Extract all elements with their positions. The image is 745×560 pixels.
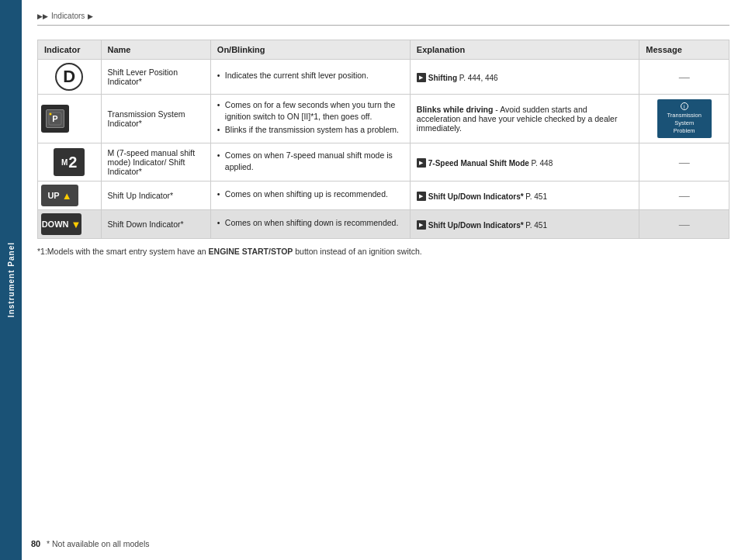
- explanation-bold-1: Blinks while driving: [417, 105, 494, 114]
- explanation-cell-0: ▶ Shifting P. 444, 446: [410, 60, 639, 95]
- sidebar-label: Instrument Panel: [7, 242, 16, 317]
- ref-icon: ▶: [417, 158, 426, 168]
- m2-icon: M2: [54, 148, 85, 176]
- trans-msg-line3: Problem: [661, 127, 708, 135]
- table-row: DOWN ▼ Shift Down Indicator* Comes on wh…: [38, 210, 729, 239]
- bullet-item: Comes on when shifting down is recommend…: [217, 217, 404, 229]
- trans-inner: P: [46, 109, 64, 128]
- indicator-cell-up: UP ▲: [38, 181, 102, 210]
- on-blinking-cell-3: Comes on when shifting up is recommended…: [210, 181, 410, 210]
- bullet-item: Comes on when 7-speed manual shift mode …: [217, 150, 404, 172]
- bullet-item: Blinks if the transmission system has a …: [217, 124, 404, 136]
- trans-svg: P: [47, 111, 63, 126]
- indicator-cell-down: DOWN ▼: [38, 210, 102, 239]
- table-row: M2 M (7-speed manual shift mode) Indicat…: [38, 143, 729, 181]
- trans-msg-line2: System: [661, 119, 708, 127]
- breadcrumb-arrow-1: ▶▶: [37, 12, 48, 20]
- ref-text-up: Shift Up/Down Indicators* P. 451: [428, 192, 547, 201]
- message-cell-0: —: [639, 60, 729, 95]
- table-row: P Transmission System Indicator* Comes o…: [38, 95, 729, 143]
- name-cell-down: Shift Down Indicator*: [101, 210, 210, 239]
- on-blinking-cell-4: Comes on when shifting down is recommend…: [210, 210, 410, 239]
- indicators-table: Indicator Name On/Blinking Explanation M…: [37, 40, 729, 239]
- ref-text-shifting: Shifting P. 444, 446: [428, 74, 498, 82]
- col-header-message: Message: [639, 40, 729, 60]
- sidebar-bar: Instrument Panel: [0, 0, 22, 560]
- breadcrumb-arrow-2: ▶: [88, 12, 93, 20]
- col-header-name: Name: [101, 40, 210, 60]
- ref-icon: ▶: [417, 220, 426, 230]
- ref-link-down: ▶ Shift Up/Down Indicators* P. 451: [417, 220, 547, 230]
- breadcrumb: ▶▶ Indicators ▶: [37, 12, 729, 26]
- arrow-up-icon: ▲: [62, 190, 72, 202]
- ref-icon: ▶: [417, 192, 426, 201]
- breadcrumb-text: Indicators: [51, 12, 85, 20]
- table-row: UP ▲ Shift Up Indicator* Comes on when s…: [38, 181, 729, 210]
- on-blinking-cell-1: Comes on for a few seconds when you turn…: [210, 95, 410, 143]
- indicator-cell-trans: P: [38, 95, 102, 143]
- page-note: * Not available on all models: [47, 539, 150, 548]
- name-cell-up: Shift Up Indicator*: [101, 181, 210, 210]
- ref-link-m2: ▶ 7-Speed Manual Shift Mode P. 448: [417, 158, 553, 168]
- message-cell-1: i Transmission System Problem: [639, 95, 729, 143]
- arrow-down-icon: ▼: [71, 219, 81, 230]
- explanation-cell-1: Blinks while driving - Avoid sudden star…: [410, 95, 639, 143]
- explanation-cell-2: ▶ 7-Speed Manual Shift Mode P. 448: [410, 143, 639, 181]
- up-text: UP: [47, 191, 59, 200]
- bullet-item: Indicates the current shift lever positi…: [217, 70, 404, 81]
- page-number: 80: [31, 539, 40, 548]
- indicator-cell-m2: M2: [38, 143, 102, 181]
- shift-lever-icon: D: [55, 63, 83, 91]
- on-blinking-cell-0: Indicates the current shift lever positi…: [210, 60, 410, 95]
- trans-msg-line1: Transmission: [661, 112, 708, 119]
- ref-link-shifting: ▶ Shifting P. 444, 446: [417, 73, 498, 82]
- message-cell-2: —: [639, 143, 729, 181]
- shift-down-icon: DOWN ▼: [41, 213, 81, 235]
- dash-2: —: [679, 156, 690, 168]
- svg-point-2: [50, 113, 52, 116]
- dash-3: —: [679, 189, 690, 202]
- svg-text:P: P: [52, 114, 57, 123]
- indicator-cell-d: D: [38, 60, 102, 95]
- message-cell-4: —: [639, 210, 729, 239]
- name-cell-shift-lever: Shift Lever Position Indicator*: [101, 60, 210, 95]
- dash-0: —: [679, 71, 690, 83]
- name-cell-m2: M (7-speed manual shift mode) Indicator/…: [101, 143, 210, 181]
- bullet-item: Comes on when shifting up is recommended…: [217, 188, 404, 200]
- col-header-indicator: Indicator: [38, 40, 102, 60]
- shift-up-icon: UP ▲: [41, 185, 78, 206]
- ref-text-m2: 7-Speed Manual Shift Mode P. 448: [428, 159, 553, 168]
- transmission-icon: P: [41, 105, 69, 133]
- footnote: *1:Models with the smart entry system ha…: [37, 247, 729, 256]
- table-row: D Shift Lever Position Indicator* Indica…: [38, 60, 729, 95]
- ref-text-down: Shift Up/Down Indicators* P. 451: [428, 221, 547, 230]
- down-text: DOWN: [42, 220, 69, 229]
- col-header-onblinking: On/Blinking: [210, 40, 410, 60]
- ref-link-up: ▶ Shift Up/Down Indicators* P. 451: [417, 192, 547, 201]
- on-blinking-cell-2: Comes on when 7-speed manual shift mode …: [210, 143, 410, 181]
- col-header-explanation: Explanation: [410, 40, 639, 60]
- info-icon: i: [681, 102, 688, 110]
- explanation-cell-4: ▶ Shift Up/Down Indicators* P. 451: [410, 210, 639, 239]
- ref-icon: ▶: [417, 73, 426, 82]
- dash-4: —: [679, 218, 690, 230]
- bullet-item: Comes on for a few seconds when you turn…: [217, 99, 404, 122]
- name-cell-transmission: Transmission System Indicator*: [101, 95, 210, 143]
- main-content: ▶▶ Indicators ▶ Indicator Name On/Blinki…: [22, 0, 745, 560]
- explanation-cell-3: ▶ Shift Up/Down Indicators* P. 451: [410, 181, 639, 210]
- message-cell-3: —: [639, 181, 729, 210]
- transmission-message-box: i Transmission System Problem: [657, 99, 712, 137]
